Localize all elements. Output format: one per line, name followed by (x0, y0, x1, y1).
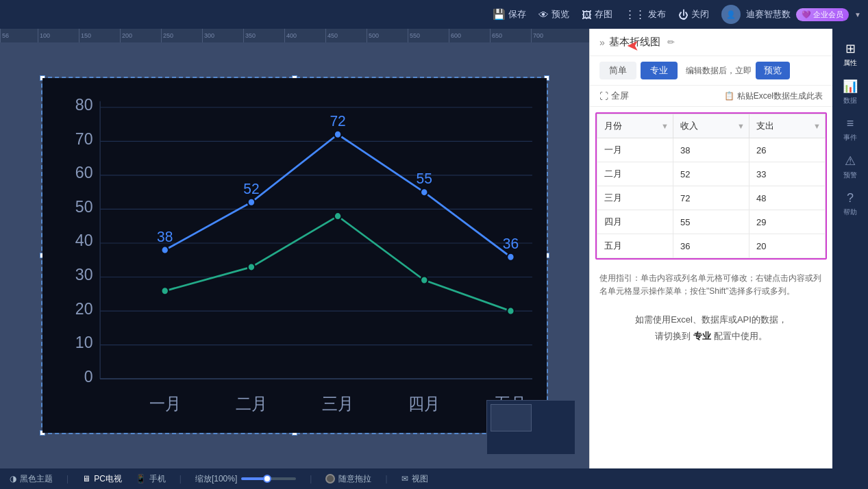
col-header-month[interactable]: 月份 ▼ (597, 114, 673, 138)
ruler-mark: 400 (284, 29, 297, 42)
tab-pro[interactable]: 专业 (641, 62, 678, 79)
table-cell[interactable]: 48 (749, 186, 826, 210)
fullscreen-button[interactable]: ⛶ 全屏 (599, 90, 629, 102)
device-pc-item[interactable]: 🖥 PC电视 (82, 473, 122, 485)
ruler-mark: 300 (202, 29, 214, 42)
sidebar-item-properties[interactable]: ⊞ 属性 (832, 36, 868, 73)
svg-text:80: 80 (75, 95, 93, 114)
table-cell[interactable]: 20 (749, 234, 826, 258)
col-header-expense[interactable]: 支出 ▼ (749, 114, 826, 138)
table-cell[interactable]: 五月 (597, 234, 673, 258)
table-cell[interactable]: 二月 (597, 162, 673, 186)
svg-point-28 (334, 131, 342, 138)
svg-text:四月: 四月 (408, 394, 440, 413)
avatar: 👤 (721, 5, 741, 24)
chart-inner: 0 10 20 30 40 50 60 70 80 一月 二月 三月 四月 (42, 78, 547, 433)
drag-circle (325, 474, 335, 484)
svg-text:50: 50 (75, 197, 93, 216)
preview-button[interactable]: 👁 预览 (538, 8, 569, 21)
tab-bar: 简单 专业 编辑数据后，立即 预览 ➤ (590, 56, 832, 86)
device-mobile-item[interactable]: 📱 手机 (136, 473, 166, 485)
usage-hint: 使用指引：单击内容或列名单元格可修改；右键点击内容或列名单元格显示操作菜单；按住… (590, 265, 832, 305)
table-row[interactable]: 二月5233 (597, 162, 826, 186)
svg-text:38: 38 (157, 227, 173, 245)
tab-simple[interactable]: 简单 (599, 62, 636, 79)
svg-rect-0 (42, 78, 547, 433)
table-cell[interactable]: 一月 (597, 138, 673, 162)
zoom-slider[interactable] (241, 477, 296, 480)
svg-point-37 (248, 263, 256, 271)
top-toolbar: 💾 保存 👁 预览 🖼 存图 ⋮⋮ 发布 ⏻ 关闭 👤 迪赛智慧数 💜 企业会员… (0, 0, 868, 29)
ruler-mark: 500 (367, 29, 379, 42)
table-cell[interactable]: 四月 (597, 210, 673, 234)
col-filter-icon: ▼ (661, 122, 669, 130)
svg-text:二月: 二月 (236, 394, 267, 413)
fullscreen-icon: ⛶ (599, 91, 608, 101)
table-row[interactable]: 四月5529 (597, 210, 826, 234)
view-icon: ✉ (401, 474, 408, 484)
publish-button[interactable]: ⋮⋮ 发布 (625, 8, 666, 21)
zoom-control[interactable]: 缩放[100%] (195, 473, 296, 485)
table-cell[interactable]: 55 (673, 210, 749, 234)
ruler-mark: 600 (449, 29, 461, 42)
ruler-mark: 200 (120, 29, 132, 42)
table-cell[interactable]: 33 (749, 162, 826, 186)
chart-selection-box[interactable]: 0 10 20 30 40 50 60 70 80 一月 二月 三月 四月 (41, 77, 548, 434)
panel-sub-toolbar: ⛶ 全屏 📋 粘贴Excel数据生成此表 (590, 86, 832, 107)
mini-preview (486, 400, 575, 455)
sidebar-item-events[interactable]: ≡ 事件 (832, 111, 868, 148)
view-item[interactable]: ✉ 视图 (401, 473, 428, 485)
table-cell[interactable]: 52 (673, 162, 749, 186)
ruler-mark: 550 (408, 29, 420, 42)
events-icon: ≡ (847, 116, 854, 131)
table-cell[interactable]: 72 (673, 186, 749, 210)
table-row[interactable]: 一月3826 (597, 138, 826, 162)
table-cell[interactable]: 38 (673, 138, 749, 162)
svg-text:36: 36 (503, 234, 519, 252)
help-icon: ? (847, 191, 854, 205)
table-cell[interactable]: 36 (673, 234, 749, 258)
svg-text:60: 60 (75, 163, 93, 182)
table-cell[interactable]: 三月 (597, 186, 673, 210)
save-icon: 💾 (493, 8, 506, 21)
table-cell[interactable]: 29 (749, 210, 826, 234)
tab-preview-btn[interactable]: 预览 (756, 62, 790, 79)
bottom-bar: ◑ 黑色主题 | 🖥 PC电视 📱 手机 | 缩放[100%] | 随意拖拉 |… (0, 468, 868, 489)
col-filter-icon-3: ▼ (813, 122, 821, 130)
svg-text:10: 10 (75, 332, 93, 351)
separator-2: | (179, 474, 182, 484)
svg-point-26 (161, 246, 169, 253)
right-panel: » 基本折线图 ✏ 简单 专业 编辑数据后，立即 预览 ➤ ⛶ 全屏 📋 粘贴E… (589, 29, 832, 468)
table-row[interactable]: 五月3620 (597, 234, 826, 258)
edit-icon[interactable]: ✏ (667, 37, 675, 47)
theme-icon: ◑ (10, 474, 16, 484)
crown-icon: 💜 (802, 10, 811, 19)
excel-hint: 如需使用Excel、数据库或API的数据， 请切换到 专业 配置中使用。 (590, 305, 832, 348)
separator-4: | (385, 474, 387, 484)
table-cell[interactable]: 26 (749, 138, 826, 162)
col-header-income[interactable]: 收入 ▼ (673, 114, 749, 138)
save-button[interactable]: 💾 保存 (493, 8, 526, 21)
separator: | (66, 474, 69, 484)
expand-icon[interactable]: » (599, 37, 605, 48)
save-image-icon: 🖼 (582, 9, 592, 21)
svg-text:55: 55 (417, 170, 432, 188)
canvas-area[interactable]: 56 100 150 200 250 300 350 400 450 500 5… (0, 29, 589, 468)
excel-icon: 📋 (724, 91, 734, 101)
sidebar-item-alert[interactable]: ⚠ 预警 (832, 148, 868, 186)
canvas-content[interactable]: 0 10 20 30 40 50 60 70 80 一月 二月 三月 四月 (0, 42, 589, 468)
sidebar-item-data[interactable]: 📊 数据 (832, 73, 868, 111)
table-row[interactable]: 三月7248 (597, 186, 826, 210)
chevron-down-icon[interactable]: ▼ (854, 11, 861, 18)
alert-icon: ⚠ (845, 153, 856, 168)
col-filter-icon-2: ▼ (737, 122, 745, 130)
close-button[interactable]: ⏻ 关闭 (678, 8, 709, 21)
theme-item[interactable]: ◑ 黑色主题 (10, 473, 53, 485)
drag-item[interactable]: 随意拖拉 (325, 473, 371, 485)
excel-paste-button[interactable]: 📋 粘贴Excel数据生成此表 (724, 90, 823, 102)
ruler-mark: 450 (325, 29, 338, 42)
save-image-button[interactable]: 🖼 存图 (582, 8, 612, 21)
sidebar-item-help[interactable]: ? 帮助 (832, 186, 868, 223)
ruler-mark: 350 (243, 29, 256, 42)
data-table-wrapper: 月份 ▼ 收入 ▼ 支出 ▼ 一月3826二月5233三 (595, 112, 827, 260)
